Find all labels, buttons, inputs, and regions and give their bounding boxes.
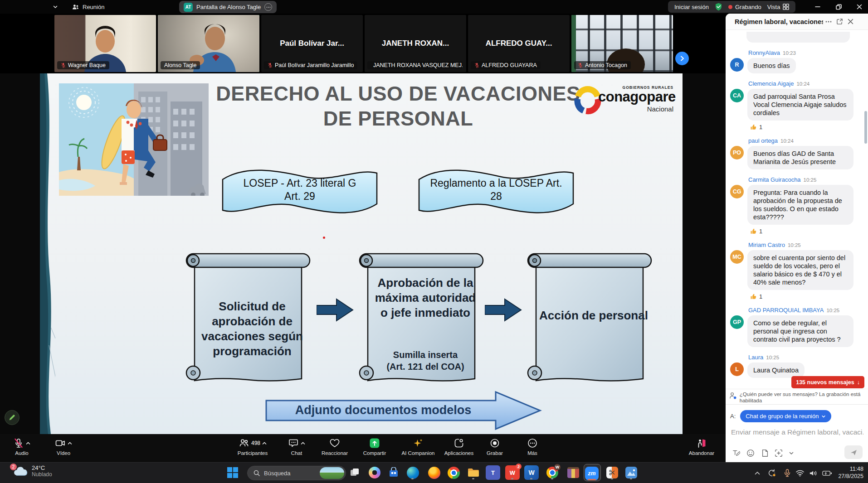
avatar[interactable]: CA	[730, 89, 744, 102]
tray-expand-button[interactable]	[752, 468, 763, 478]
photos-icon[interactable]	[624, 465, 639, 480]
share-label: Compartir	[363, 450, 386, 456]
recipient-selector[interactable]: Chat de grupo de la reunión	[740, 410, 831, 422]
task-view-button[interactable]	[347, 465, 362, 480]
minimize-button[interactable]	[810, 0, 825, 14]
avatar[interactable]: L	[730, 362, 744, 376]
firefox-icon[interactable]	[427, 465, 441, 480]
compose-more-button[interactable]	[786, 448, 796, 458]
chevron-right-icon	[679, 56, 685, 61]
message-input[interactable]: Enviar mensaje a Régimen laboral, vacaci…	[731, 428, 863, 436]
thumbsup-reaction[interactable]: 1	[750, 228, 862, 235]
muted-mic-icon	[474, 63, 479, 68]
chat-button[interactable]: Chat	[275, 437, 318, 456]
send-icon	[850, 449, 858, 456]
zoom-app-icon[interactable]: zm	[585, 467, 599, 480]
react-button[interactable]: Reaccionar	[313, 437, 356, 456]
record-button[interactable]: Grabar	[473, 437, 517, 456]
sync-status-icon[interactable]	[766, 468, 777, 478]
weather-badge: 2	[10, 464, 17, 470]
sender-name[interactable]: GAD PARROQUIAL IMBAYA	[748, 307, 824, 314]
sender-name[interactable]: Carmita Guiracocha	[748, 176, 801, 183]
microsoft-store-icon[interactable]	[386, 465, 401, 480]
battery-icon[interactable]	[822, 468, 833, 478]
screenshot-button[interactable]	[774, 448, 784, 458]
avatar[interactable]: PO	[730, 146, 744, 159]
people-icon	[72, 4, 79, 10]
sender-name[interactable]: Clemencia Aigaje	[748, 80, 794, 87]
message-time: 10:25	[804, 177, 817, 183]
word-icon[interactable]: W	[524, 465, 539, 480]
leave-button[interactable]: Abandonar	[680, 437, 723, 456]
screen-share-tab[interactable]: AT Pantalla de Alonso Tagle	[179, 1, 277, 13]
chat-message-list[interactable]: RonnyAlava10:23 R Buenos días Clemencia …	[726, 30, 868, 389]
file-explorer-icon[interactable]	[466, 465, 481, 480]
meeting-tab[interactable]: Reunión	[72, 0, 104, 14]
view-button[interactable]: Vista	[767, 4, 790, 10]
share-button[interactable]: Compartir	[353, 437, 396, 456]
video-tile-alonso-active-speaker[interactable]: Alonso Tagle	[158, 15, 259, 72]
thumbsup-reaction[interactable]: 1	[750, 124, 862, 130]
video-button[interactable]: Vídeo	[42, 437, 85, 456]
annotation-pencil-button[interactable]	[5, 410, 20, 425]
video-tile-janeth[interactable]: JANETH ROXAN... JANETH ROXANA VASQUEZ ME…	[365, 15, 466, 72]
sender-name[interactable]: Miriam Castro	[748, 242, 785, 248]
tray-mic-icon[interactable]	[782, 468, 793, 478]
video-tile-alfredo[interactable]: ALFREDO GUAY... ALFREDO GUAYARA	[468, 15, 570, 72]
avatar[interactable]: MC	[730, 250, 744, 264]
running-indicator	[472, 478, 474, 479]
volume-icon[interactable]	[808, 468, 819, 478]
more-button[interactable]: Más	[511, 437, 554, 456]
next-participants-button[interactable]	[675, 52, 689, 65]
chevron-up-icon[interactable]	[301, 441, 305, 445]
chat-popout-button[interactable]	[834, 16, 845, 27]
attach-file-button[interactable]	[760, 448, 770, 458]
chevron-down-icon	[789, 450, 794, 456]
teams-icon[interactable]: T	[486, 465, 500, 480]
start-button[interactable]	[225, 465, 240, 480]
format-text-button[interactable]	[731, 448, 741, 458]
emoji-button[interactable]	[746, 448, 756, 458]
close-button[interactable]	[852, 0, 867, 14]
search-input[interactable]: Búsqueda	[247, 466, 346, 480]
chat-more-button[interactable]	[823, 16, 834, 27]
avatar[interactable]: R	[730, 58, 744, 72]
winrar-icon[interactable]	[566, 465, 580, 480]
sign-in-button[interactable]: Iniciar sesión	[674, 4, 709, 10]
tab-more-icon[interactable]	[264, 3, 272, 11]
weather-widget[interactable]: 2 24°C Nublado	[13, 464, 52, 478]
sender-name[interactable]: RonnyAlava	[748, 49, 780, 56]
search-highlight-thumbnail[interactable]	[320, 467, 344, 479]
chevron-up-icon[interactable]	[262, 441, 267, 445]
message-time: 10:25	[766, 355, 779, 360]
video-tile-wagner[interactable]: Wagner Baque	[54, 15, 156, 72]
snipping-tool-icon[interactable]	[605, 465, 619, 480]
title-bar: Zoom Workplace Reunión AT Pantalla de Al…	[0, 0, 868, 14]
chrome-icon[interactable]	[446, 465, 461, 480]
chat-scrollbar[interactable]	[864, 111, 867, 144]
new-messages-button[interactable]: 135 nuevos mensajes ↓	[791, 376, 864, 388]
avatar[interactable]: CG	[730, 185, 744, 198]
logo-subname: Nacional	[601, 105, 673, 113]
send-button[interactable]	[844, 445, 863, 459]
wifi-icon[interactable]	[795, 468, 805, 478]
restore-button[interactable]	[831, 0, 846, 14]
chevron-up-icon[interactable]	[26, 441, 30, 445]
avatar[interactable]: GP	[730, 315, 744, 329]
ai-companion-button[interactable]: AI Companion	[395, 437, 441, 456]
sender-name[interactable]: paul ortega	[748, 137, 778, 144]
chevron-up-icon[interactable]	[68, 441, 72, 445]
wps-office-icon[interactable]: W 2	[505, 465, 520, 480]
chrome-profile-icon[interactable]: W	[545, 465, 560, 480]
copilot-icon[interactable]	[367, 465, 382, 480]
sender-name[interactable]: Laura	[748, 354, 763, 361]
edge-icon[interactable]	[405, 465, 420, 480]
workspace-chevron[interactable]	[53, 0, 58, 14]
chat-close-button[interactable]	[845, 16, 856, 27]
audio-button[interactable]: Audio	[0, 437, 44, 456]
thumbsup-reaction[interactable]: 1	[750, 293, 862, 300]
taskbar-clock[interactable]: 11:48 27/8/2025	[838, 465, 863, 480]
video-tile-paul[interactable]: Paúl Bolívar Jar... Paúl Bolívar Jaramil…	[261, 15, 363, 72]
video-tile-antonio[interactable]: Antonio Tocagon	[571, 15, 673, 72]
participants-button[interactable]: 498 Participantes	[227, 437, 278, 456]
